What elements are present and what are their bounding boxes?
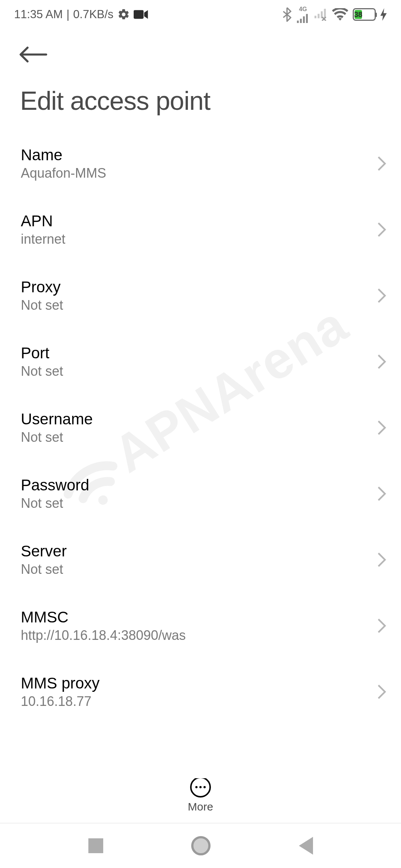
chevron-right-icon [376,354,387,370]
more-button[interactable]: More [188,777,213,813]
gear-icon [117,8,130,21]
chevron-right-icon [376,618,387,634]
system-nav-bar [0,823,401,868]
svg-rect-4 [306,14,308,23]
more-icon [190,777,211,798]
row-mms-proxy[interactable]: MMS proxy 10.16.18.77 [0,659,401,725]
svg-rect-6 [318,14,320,18]
row-password[interactable]: Password Not set [0,461,401,527]
chevron-right-icon [376,486,387,502]
row-password-value: Not set [21,496,89,511]
status-bar-right: 4G 38 [282,6,387,23]
row-mmsc-value: http://10.16.18.4:38090/was [21,628,186,643]
signal-4g-icon: 4G [296,6,310,23]
row-apn-label: APN [21,212,65,230]
row-name-label: Name [21,146,106,164]
status-bar: 11:35 AM | 0.7KB/s 4G 38 [0,0,401,29]
row-proxy[interactable]: Proxy Not set [0,263,401,329]
page-title: Edit access point [0,63,401,131]
row-port-value: Not set [21,364,63,379]
chevron-right-icon [376,221,387,238]
battery-icon: 38 [353,8,376,21]
row-username-label: Username [21,410,93,428]
row-server-label: Server [21,542,67,560]
chevron-right-icon [376,552,387,568]
svg-rect-1 [297,21,299,23]
nav-back-button[interactable] [299,837,313,855]
action-bar: More [0,770,401,821]
row-mms-proxy-label: MMS proxy [21,674,100,692]
row-name[interactable]: Name Aquafon-MMS [0,131,401,197]
chevron-right-icon [376,287,387,304]
nav-home-button[interactable] [191,836,211,855]
back-button[interactable] [19,46,382,63]
row-password-label: Password [21,476,89,494]
signal-4g-label: 4G [299,6,307,13]
battery-fill: 38 [355,10,362,19]
row-mmsc-label: MMSC [21,608,186,626]
chevron-right-icon [376,420,387,436]
more-button-label: More [188,800,213,813]
row-server-value: Not set [21,562,67,577]
wifi-icon [332,8,348,21]
svg-rect-0 [134,10,144,19]
row-apn[interactable]: APN internet [0,197,401,263]
row-username-value: Not set [21,430,93,445]
row-apn-value: internet [21,231,65,247]
row-proxy-value: Not set [21,297,63,313]
svg-rect-3 [303,16,305,23]
row-server[interactable]: Server Not set [0,527,401,593]
row-proxy-label: Proxy [21,278,63,296]
charging-bolt-icon [380,8,387,21]
row-mmsc[interactable]: MMSC http://10.16.18.4:38090/was [0,593,401,659]
row-name-value: Aquafon-MMS [21,165,106,181]
bluetooth-icon [282,7,292,22]
status-separator: | [66,8,69,21]
status-time: 11:35 AM [14,8,63,21]
row-mms-proxy-value: 10.16.18.77 [21,694,100,709]
svg-rect-2 [300,19,302,23]
chevron-right-icon [376,155,387,172]
status-data-rate: 0.7KB/s [73,8,114,21]
signal-nosim-icon [314,8,327,21]
settings-list[interactable]: Name Aquafon-MMS APN internet Proxy Not … [0,131,401,725]
camera-icon [134,9,149,20]
row-port[interactable]: Port Not set [0,329,401,395]
row-username[interactable]: Username Not set [0,395,401,461]
svg-rect-5 [314,16,316,18]
row-port-label: Port [21,344,63,362]
chevron-right-icon [376,684,387,700]
nav-recents-button[interactable] [88,838,103,853]
status-bar-left: 11:35 AM | 0.7KB/s [14,8,149,21]
